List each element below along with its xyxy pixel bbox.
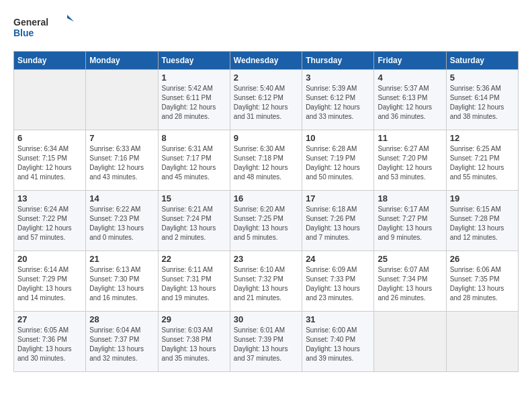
day-number: 6 <box>17 133 82 143</box>
cell-content: Sunrise: 6:01 AM Sunset: 7:39 PM Dayligh… <box>234 326 298 363</box>
day-number: 19 <box>450 193 515 203</box>
day-number: 24 <box>306 254 370 264</box>
calendar-cell: 1Sunrise: 5:42 AM Sunset: 6:11 PM Daylig… <box>158 70 230 130</box>
day-number: 1 <box>162 73 226 83</box>
calendar-cell: 15Sunrise: 6:21 AM Sunset: 7:24 PM Dayli… <box>158 191 230 251</box>
calendar-cell: 3Sunrise: 5:39 AM Sunset: 6:12 PM Daylig… <box>302 70 374 130</box>
calendar-cell: 4Sunrise: 5:37 AM Sunset: 6:13 PM Daylig… <box>374 70 446 130</box>
calendar-cell: 6Sunrise: 6:34 AM Sunset: 7:15 PM Daylig… <box>14 130 86 191</box>
cell-content: Sunrise: 6:30 AM Sunset: 7:18 PM Dayligh… <box>234 144 298 182</box>
cell-content: Sunrise: 6:14 AM Sunset: 7:29 PM Dayligh… <box>17 265 82 303</box>
cell-content: Sunrise: 5:42 AM Sunset: 6:11 PM Dayligh… <box>162 84 226 122</box>
svg-marker-1 <box>67 15 74 21</box>
calendar-cell: 13Sunrise: 6:24 AM Sunset: 7:22 PM Dayli… <box>14 191 86 251</box>
day-number: 25 <box>378 254 442 264</box>
calendar-cell: 9Sunrise: 6:30 AM Sunset: 7:18 PM Daylig… <box>230 130 302 191</box>
day-number: 28 <box>89 314 154 324</box>
day-number: 4 <box>378 73 442 83</box>
cell-content: Sunrise: 6:06 AM Sunset: 7:35 PM Dayligh… <box>450 265 515 303</box>
day-number: 12 <box>450 133 515 143</box>
logo-svg: General Blue <box>13 13 74 40</box>
calendar-cell: 2Sunrise: 5:40 AM Sunset: 6:12 PM Daylig… <box>230 70 302 130</box>
calendar-cell: 11Sunrise: 6:27 AM Sunset: 7:20 PM Dayli… <box>374 130 446 191</box>
calendar-cell: 24Sunrise: 6:09 AM Sunset: 7:33 PM Dayli… <box>302 251 374 312</box>
cell-content: Sunrise: 6:05 AM Sunset: 7:36 PM Dayligh… <box>17 326 82 363</box>
calendar-cell: 23Sunrise: 6:10 AM Sunset: 7:32 PM Dayli… <box>230 251 302 312</box>
calendar-week-row: 6Sunrise: 6:34 AM Sunset: 7:15 PM Daylig… <box>14 130 519 191</box>
cell-content: Sunrise: 6:10 AM Sunset: 7:32 PM Dayligh… <box>234 265 298 303</box>
cell-content: Sunrise: 5:40 AM Sunset: 6:12 PM Dayligh… <box>234 84 298 122</box>
calendar-cell: 25Sunrise: 6:07 AM Sunset: 7:34 PM Dayli… <box>374 251 446 312</box>
cell-content: Sunrise: 6:09 AM Sunset: 7:33 PM Dayligh… <box>306 265 370 303</box>
cell-content: Sunrise: 6:31 AM Sunset: 7:17 PM Dayligh… <box>162 144 226 182</box>
day-number: 30 <box>234 314 298 324</box>
cell-content: Sunrise: 6:15 AM Sunset: 7:28 PM Dayligh… <box>450 205 515 242</box>
day-header-tuesday: Tuesday <box>158 52 230 70</box>
calendar-cell: 21Sunrise: 6:13 AM Sunset: 7:30 PM Dayli… <box>86 251 158 312</box>
cell-content: Sunrise: 6:17 AM Sunset: 7:27 PM Dayligh… <box>378 205 442 242</box>
day-number: 5 <box>450 73 515 83</box>
day-number: 13 <box>17 193 82 203</box>
cell-content: Sunrise: 5:39 AM Sunset: 6:12 PM Dayligh… <box>306 84 370 122</box>
day-number: 22 <box>162 254 226 264</box>
calendar-cell: 26Sunrise: 6:06 AM Sunset: 7:35 PM Dayli… <box>446 251 518 312</box>
cell-content: Sunrise: 6:22 AM Sunset: 7:23 PM Dayligh… <box>89 205 154 242</box>
day-number: 20 <box>17 254 82 264</box>
day-number: 2 <box>234 73 298 83</box>
cell-content: Sunrise: 6:28 AM Sunset: 7:19 PM Dayligh… <box>306 144 370 182</box>
day-number: 17 <box>306 193 370 203</box>
logo: General Blue <box>13 13 74 40</box>
calendar-week-row: 20Sunrise: 6:14 AM Sunset: 7:29 PM Dayli… <box>14 251 519 312</box>
cell-content: Sunrise: 6:13 AM Sunset: 7:30 PM Dayligh… <box>89 265 154 303</box>
calendar-cell: 7Sunrise: 6:33 AM Sunset: 7:16 PM Daylig… <box>86 130 158 191</box>
calendar-cell: 22Sunrise: 6:11 AM Sunset: 7:31 PM Dayli… <box>158 251 230 312</box>
cell-content: Sunrise: 6:25 AM Sunset: 7:21 PM Dayligh… <box>450 144 515 182</box>
cell-content: Sunrise: 6:18 AM Sunset: 7:26 PM Dayligh… <box>306 205 370 242</box>
calendar-table: SundayMondayTuesdayWednesdayThursdayFrid… <box>13 51 519 372</box>
day-number: 29 <box>162 314 226 324</box>
day-header-friday: Friday <box>374 52 446 70</box>
cell-content: Sunrise: 6:07 AM Sunset: 7:34 PM Dayligh… <box>378 265 442 303</box>
calendar-cell: 16Sunrise: 6:20 AM Sunset: 7:25 PM Dayli… <box>230 191 302 251</box>
cell-content: Sunrise: 6:11 AM Sunset: 7:31 PM Dayligh… <box>162 265 226 303</box>
calendar-cell: 19Sunrise: 6:15 AM Sunset: 7:28 PM Dayli… <box>446 191 518 251</box>
calendar-cell: 31Sunrise: 6:00 AM Sunset: 7:40 PM Dayli… <box>302 312 374 372</box>
svg-text:General: General <box>13 17 48 28</box>
calendar-cell: 12Sunrise: 6:25 AM Sunset: 7:21 PM Dayli… <box>446 130 518 191</box>
day-number: 11 <box>378 133 442 143</box>
day-number: 8 <box>162 133 226 143</box>
svg-text:Blue: Blue <box>13 28 34 38</box>
calendar-header-row: SundayMondayTuesdayWednesdayThursdayFrid… <box>14 52 519 70</box>
calendar-cell <box>14 70 86 130</box>
day-number: 10 <box>306 133 370 143</box>
calendar-week-row: 27Sunrise: 6:05 AM Sunset: 7:36 PM Dayli… <box>14 312 519 372</box>
cell-content: Sunrise: 6:27 AM Sunset: 7:20 PM Dayligh… <box>378 144 442 182</box>
day-number: 18 <box>378 193 442 203</box>
day-header-monday: Monday <box>86 52 158 70</box>
cell-content: Sunrise: 6:34 AM Sunset: 7:15 PM Dayligh… <box>17 144 82 182</box>
calendar-cell: 20Sunrise: 6:14 AM Sunset: 7:29 PM Dayli… <box>14 251 86 312</box>
day-number: 31 <box>306 314 370 324</box>
day-number: 21 <box>89 254 154 264</box>
calendar-cell: 27Sunrise: 6:05 AM Sunset: 7:36 PM Dayli… <box>14 312 86 372</box>
day-number: 3 <box>306 73 370 83</box>
cell-content: Sunrise: 6:00 AM Sunset: 7:40 PM Dayligh… <box>306 326 370 363</box>
calendar-cell: 8Sunrise: 6:31 AM Sunset: 7:17 PM Daylig… <box>158 130 230 191</box>
calendar-cell: 28Sunrise: 6:04 AM Sunset: 7:37 PM Dayli… <box>86 312 158 372</box>
calendar-cell: 17Sunrise: 6:18 AM Sunset: 7:26 PM Dayli… <box>302 191 374 251</box>
day-header-thursday: Thursday <box>302 52 374 70</box>
day-number: 26 <box>450 254 515 264</box>
cell-content: Sunrise: 5:37 AM Sunset: 6:13 PM Dayligh… <box>378 84 442 122</box>
day-number: 7 <box>89 133 154 143</box>
day-number: 9 <box>234 133 298 143</box>
page-header: General Blue <box>13 13 519 40</box>
day-number: 16 <box>234 193 298 203</box>
day-number: 15 <box>162 193 226 203</box>
cell-content: Sunrise: 6:03 AM Sunset: 7:38 PM Dayligh… <box>162 326 226 363</box>
calendar-cell <box>86 70 158 130</box>
calendar-cell: 29Sunrise: 6:03 AM Sunset: 7:38 PM Dayli… <box>158 312 230 372</box>
calendar-cell: 18Sunrise: 6:17 AM Sunset: 7:27 PM Dayli… <box>374 191 446 251</box>
calendar-cell: 30Sunrise: 6:01 AM Sunset: 7:39 PM Dayli… <box>230 312 302 372</box>
cell-content: Sunrise: 6:24 AM Sunset: 7:22 PM Dayligh… <box>17 205 82 242</box>
cell-content: Sunrise: 6:21 AM Sunset: 7:24 PM Dayligh… <box>162 205 226 242</box>
